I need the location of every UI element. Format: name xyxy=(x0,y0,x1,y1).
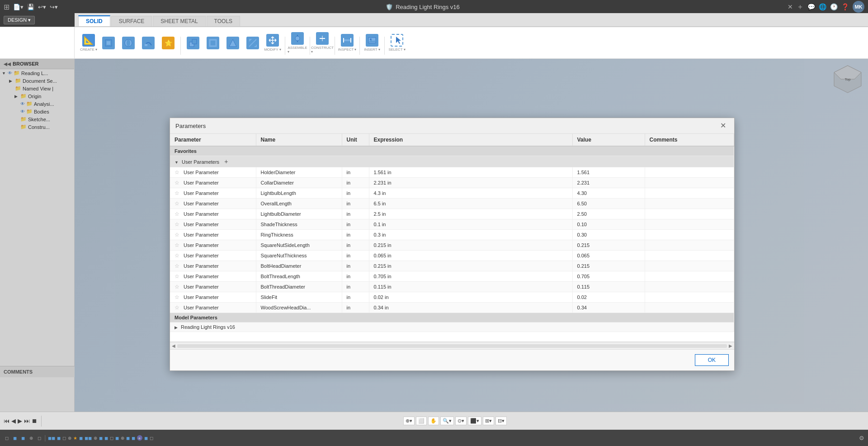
timeline-settings-btn[interactable]: ⚙ xyxy=(859,435,864,441)
timeline-action-13[interactable]: ⊕ xyxy=(121,436,124,441)
param-expr-cell[interactable]: 0.065 in xyxy=(369,251,572,261)
timeline-tool-3[interactable]: ◼ xyxy=(20,435,26,441)
close-tab-icon[interactable]: ✕ xyxy=(788,3,793,10)
toolbar-measure[interactable]: INSPECT ▾ xyxy=(338,31,357,55)
params-table-container[interactable]: Parameter Name Unit Expression Value Com… xyxy=(170,134,734,342)
toolbar-insert-image[interactable]: INSERT ▾ xyxy=(363,31,382,55)
toolbar-select[interactable]: SELECT ▾ xyxy=(387,31,406,55)
play-start-btn[interactable]: ⏮ xyxy=(4,418,9,424)
table-row[interactable]: ☆ User Parameter SquareNutThickness in 0… xyxy=(170,251,734,261)
scroll-right-btn[interactable]: ▶ xyxy=(729,343,732,348)
star-icon[interactable]: ☆ xyxy=(175,284,179,290)
param-name-cell[interactable]: SquareNutSideLength xyxy=(256,240,342,251)
star-icon[interactable]: ☆ xyxy=(175,190,179,196)
table-row[interactable]: ☆ User Parameter HolderDiameter in 1.561… xyxy=(170,167,734,178)
param-name-cell[interactable]: LightbulbDiameter xyxy=(256,209,342,219)
param-name-cell[interactable]: BoltThreadDiameter xyxy=(256,282,342,292)
horizontal-scrollbar[interactable]: ◀ ▶ xyxy=(170,342,734,349)
star-icon[interactable]: ☆ xyxy=(175,294,179,300)
toolbar-create-new[interactable]: 📐 CREATE ▾ xyxy=(79,31,98,55)
timeline-tool-4[interactable]: ⊕ xyxy=(28,435,34,441)
star-icon[interactable]: ☆ xyxy=(175,211,179,217)
param-name-cell[interactable]: BoltHeadDiameter xyxy=(256,261,342,271)
param-name-cell[interactable]: HolderDiameter xyxy=(256,167,342,178)
param-comments-cell[interactable] xyxy=(645,219,734,230)
tool-view-btn[interactable]: ⊟▾ xyxy=(495,417,507,425)
table-row[interactable]: ☆ User Parameter OverallLength in 6.5 in… xyxy=(170,199,734,209)
table-row[interactable]: ☆ User Parameter ShadeThickness in 0.1 i… xyxy=(170,219,734,230)
tool-snap-btn[interactable]: ⊕▾ xyxy=(403,417,415,425)
expand-arrow-icon[interactable]: ▶ xyxy=(175,325,178,330)
tool-grid-btn[interactable]: ⊞▾ xyxy=(483,417,494,425)
timeline-action-6[interactable]: ◼ xyxy=(79,436,83,441)
tool-zoom-btn[interactable]: 🔍▾ xyxy=(440,417,454,425)
param-comments-cell[interactable] xyxy=(645,271,734,282)
param-comments-cell[interactable] xyxy=(645,251,734,261)
param-name-cell[interactable]: SlideFit xyxy=(256,292,342,303)
model-params-child[interactable]: ▶ Reading Light Rings v16 xyxy=(170,323,734,332)
timeline-action-14[interactable]: ◼ xyxy=(126,436,130,441)
param-comments-cell[interactable] xyxy=(645,261,734,271)
param-name-cell[interactable]: BoltThreadLength xyxy=(256,271,342,282)
star-icon[interactable]: ☆ xyxy=(175,232,179,238)
design-dropdown-btn[interactable]: DESIGN ▾ xyxy=(4,16,35,24)
table-row[interactable]: ☆ User Parameter SlideFit in 0.02 in 0.0… xyxy=(170,292,734,303)
param-name-cell[interactable]: WoodScrewHeadDia... xyxy=(256,303,342,313)
add-param-btn[interactable]: + xyxy=(224,158,228,165)
param-comments-cell[interactable] xyxy=(645,303,734,313)
param-comments-cell[interactable] xyxy=(645,209,734,219)
param-name-cell[interactable]: LightbulbLength xyxy=(256,188,342,199)
param-comments-cell[interactable] xyxy=(645,230,734,240)
toolbar-combine[interactable] xyxy=(184,31,203,55)
undo-btn[interactable]: ↩▾ xyxy=(38,4,46,10)
param-expr-cell[interactable]: 0.02 in xyxy=(369,292,572,303)
param-expr-cell[interactable]: 1.561 in xyxy=(369,167,572,178)
timeline-action-15[interactable]: ◼ xyxy=(132,436,135,441)
toolbar-move[interactable]: MODIFY ▾ xyxy=(263,31,282,55)
param-expr-cell[interactable]: 0.3 in xyxy=(369,230,572,240)
tab-sheet-metal[interactable]: SHEET METAL xyxy=(153,16,205,26)
param-comments-cell[interactable] xyxy=(645,188,734,199)
play-btn[interactable]: ▶ xyxy=(18,418,22,424)
param-expr-cell[interactable]: 4.3 in xyxy=(369,188,572,199)
table-row[interactable]: ☆ User Parameter LightbulbLength in 4.3 … xyxy=(170,188,734,199)
subsection-collapse-icon[interactable]: ▼ xyxy=(175,160,179,165)
timeline-action-17[interactable]: ◼ xyxy=(144,436,148,441)
globe-icon[interactable]: 🌐 xyxy=(819,3,826,10)
star-icon[interactable]: ☆ xyxy=(175,221,179,228)
play-end-btn[interactable]: ⏹ xyxy=(32,418,38,424)
param-name-cell[interactable]: CollarDiameter xyxy=(256,178,342,188)
param-expr-cell[interactable]: 0.34 in xyxy=(369,303,572,313)
param-name-cell[interactable]: RingThickness xyxy=(256,230,342,240)
redo-btn[interactable]: ↪▾ xyxy=(50,4,58,10)
timeline-action-2[interactable]: ◼ xyxy=(57,436,61,441)
param-expr-cell[interactable]: 0.115 in xyxy=(369,282,572,292)
table-row[interactable]: ☆ User Parameter WoodScrewHeadDia... in … xyxy=(170,303,734,313)
ok-button[interactable]: OK xyxy=(695,354,729,366)
app-grid-icon[interactable]: ⊞ xyxy=(4,3,9,11)
clock-icon[interactable]: 🕐 xyxy=(830,3,838,10)
toolbar-scale[interactable] xyxy=(243,31,262,55)
timeline-tool-1[interactable]: ◻ xyxy=(4,435,10,441)
param-name-cell[interactable]: OverallLength xyxy=(256,199,342,209)
param-comments-cell[interactable] xyxy=(645,199,734,209)
timeline-tool-2[interactable]: ◼ xyxy=(12,435,18,441)
timeline-action-18[interactable]: ◻ xyxy=(150,436,153,441)
file-menu-btn[interactable]: 📄▾ xyxy=(13,4,24,10)
timeline-action-12[interactable]: ◼ xyxy=(115,436,119,441)
timeline-action-9[interactable]: ◼ xyxy=(99,436,103,441)
table-row[interactable]: ☆ User Parameter BoltHeadDiameter in 0.2… xyxy=(170,261,734,271)
star-icon[interactable]: ☆ xyxy=(175,169,179,176)
param-comments-cell[interactable] xyxy=(645,167,734,178)
add-tab-icon[interactable]: ＋ xyxy=(797,2,804,12)
table-row[interactable]: ☆ User Parameter RingThickness in 0.3 in… xyxy=(170,230,734,240)
param-name-cell[interactable]: SquareNutThickness xyxy=(256,251,342,261)
tool-pan-btn[interactable]: ✋ xyxy=(428,417,439,425)
timeline-action-4[interactable]: ⊕ xyxy=(68,436,71,441)
user-avatar[interactable]: MK xyxy=(853,1,864,13)
timeline-action-1[interactable]: ◼◼ xyxy=(48,436,55,441)
star-icon[interactable]: ☆ xyxy=(175,180,179,186)
param-expr-cell[interactable]: 2.231 in xyxy=(369,178,572,188)
star-icon[interactable]: ☆ xyxy=(175,273,179,280)
tab-tools[interactable]: TOOLS xyxy=(207,16,240,26)
